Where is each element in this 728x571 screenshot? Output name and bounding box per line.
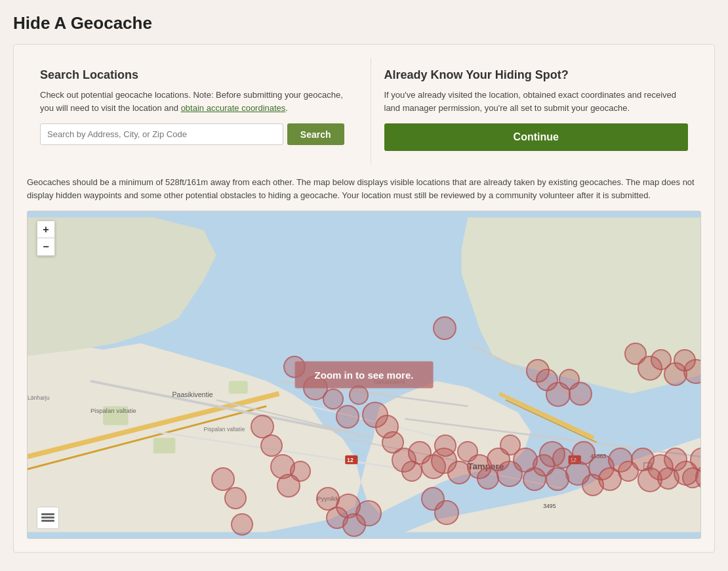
obtain-coordinates-link[interactable]: obtain accurate coordinates — [181, 103, 286, 113]
svg-text:3495: 3495 — [543, 503, 556, 509]
map-container[interactable]: Pispalan valtatie Paasikiventie Pispalan… — [27, 211, 701, 539]
geocache-marker — [260, 434, 283, 457]
search-input[interactable] — [40, 123, 283, 145]
geocache-marker — [569, 382, 592, 406]
svg-rect-38 — [41, 517, 54, 518]
svg-text:Pispalan valtatie: Pispalan valtatie — [203, 426, 245, 433]
geocache-marker — [433, 316, 456, 340]
layer-control[interactable] — [37, 507, 59, 529]
zoom-out-button[interactable]: − — [37, 238, 54, 255]
geocache-marker — [231, 513, 253, 536]
zoom-in-button[interactable]: + — [37, 221, 54, 238]
geocache-marker — [434, 500, 459, 525]
geocache-marker — [355, 500, 382, 526]
search-desc-text2: . — [285, 103, 288, 113]
svg-text:Pispalan valtatie: Pispalan valtatie — [91, 407, 136, 414]
search-panel-description: Check out potential geocache locations. … — [40, 89, 344, 114]
zoom-controls: + − — [37, 221, 55, 256]
svg-rect-39 — [41, 513, 54, 515]
zoom-overlay: Zoom in to see more. — [295, 362, 434, 389]
search-button[interactable]: Search — [287, 123, 344, 145]
svg-rect-20 — [153, 438, 176, 454]
search-panel-heading: Search Locations — [40, 68, 344, 82]
continue-button[interactable]: Continue — [384, 123, 689, 151]
svg-text:Paasikiventie: Paasikiventie — [172, 391, 213, 398]
geocache-info-text: Geocaches should be a minimum of 528ft/1… — [27, 176, 701, 201]
search-row: Search — [40, 123, 344, 145]
svg-text:12: 12 — [347, 457, 354, 463]
layers-icon — [41, 511, 54, 524]
geocache-marker — [224, 487, 247, 509]
search-locations-panel: Search Locations Check out potential geo… — [27, 58, 357, 164]
svg-text:Länharju: Länharju — [28, 394, 50, 401]
svg-rect-21 — [229, 381, 248, 394]
hiding-panel-heading: Already Know Your Hiding Spot? — [384, 68, 689, 82]
page-title: Hide A Geocache — [13, 13, 715, 33]
top-section: Search Locations Check out potential geo… — [27, 58, 701, 164]
already-know-panel: Already Know Your Hiding Spot? If you've… — [371, 58, 702, 164]
svg-rect-37 — [41, 520, 54, 522]
geocache-marker — [336, 405, 359, 429]
hiding-panel-description: If you've already visited the location, … — [384, 89, 689, 114]
geocache-marker — [349, 385, 369, 405]
geocache-marker — [290, 461, 311, 482]
main-card: Search Locations Check out potential geo… — [13, 44, 715, 553]
